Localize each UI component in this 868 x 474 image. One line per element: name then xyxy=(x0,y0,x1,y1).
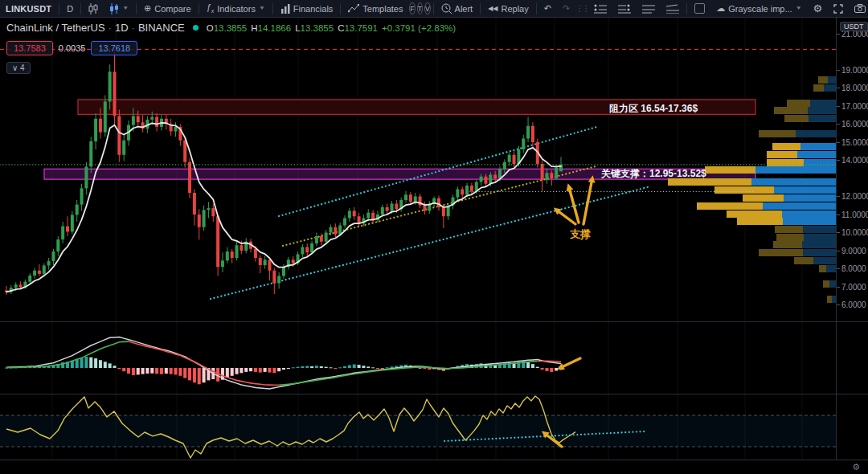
price-tick: 6.0000 xyxy=(837,300,866,310)
price-tick: 10.0000 xyxy=(837,228,868,238)
volume-profile-bar xyxy=(809,115,836,122)
chart-canvas[interactable]: 阻力区 16.54-17.36$关键支撑：12.95-13.52$支撑 xyxy=(0,18,836,474)
symbol-button[interactable]: LINKUSDT xyxy=(0,0,57,18)
volume-profile-bar xyxy=(714,186,774,194)
divider xyxy=(199,3,199,14)
cci-band xyxy=(0,415,836,447)
macd-histogram-bar xyxy=(99,360,102,368)
layout-lines-button-4[interactable] xyxy=(661,0,685,18)
volume-profile-bar xyxy=(794,257,813,264)
macd-histogram-bar xyxy=(297,367,300,368)
volume-profile-bar xyxy=(767,159,804,166)
layout-lines-button-1[interactable] xyxy=(588,0,612,18)
divider xyxy=(480,3,481,14)
replay-button[interactable]: ◀◀Replay xyxy=(482,0,534,18)
undo-button[interactable]: ↶ xyxy=(538,0,557,18)
drag-handle-icon[interactable]: ⋮⋮ xyxy=(575,4,588,13)
interval-button[interactable]: D xyxy=(61,0,79,18)
price-axis[interactable]: USDT 21.000019.000018.000017.000016.0000… xyxy=(837,18,868,460)
templates-button[interactable]: Templates xyxy=(342,0,408,18)
macd-histogram-bar xyxy=(240,368,243,373)
resistance-label: 阻力区 16.54-17.36$ xyxy=(609,103,698,114)
compare-icon: ⊕ xyxy=(144,3,151,14)
layout-lines-button-2[interactable] xyxy=(612,0,637,18)
macd-histogram-bar xyxy=(198,368,201,384)
fullscreen-button[interactable] xyxy=(828,0,849,18)
volume-profile-bar xyxy=(803,249,836,256)
settings-button[interactable]: ⚙ xyxy=(808,0,829,18)
rewind-icon: ◀◀ xyxy=(488,5,497,12)
price-tick: 9.0000 xyxy=(837,246,866,255)
macd-histogram-bar xyxy=(386,367,389,368)
volume-profile-bar xyxy=(796,130,836,137)
support-arrow xyxy=(570,190,579,223)
macd-histogram-bar xyxy=(145,368,149,374)
volume-profile-bar xyxy=(772,143,800,150)
volume-button[interactable]: V xyxy=(424,2,431,14)
time-axis[interactable]: ⚙ xyxy=(0,460,868,474)
sell-price-box[interactable]: 13.7583 xyxy=(6,41,53,55)
volume-profile-bar xyxy=(828,76,836,84)
maximize-pane-button[interactable] xyxy=(689,0,710,18)
volume-profile-bar xyxy=(697,202,763,210)
macd-histogram-bar xyxy=(170,368,173,374)
volume-profile-bar xyxy=(800,143,836,150)
divider xyxy=(686,3,687,14)
time-axis-gear-icon[interactable]: ⚙ xyxy=(852,462,860,472)
volume-profile-bar xyxy=(759,249,803,256)
candle-style-button[interactable]: ▼ xyxy=(104,0,134,18)
macd-histogram-bar xyxy=(301,366,304,368)
pane-separator-macd[interactable] xyxy=(0,321,868,322)
legend-interval: 1D xyxy=(115,22,129,34)
macd-histogram-bar xyxy=(104,362,107,368)
macd-histogram-bar xyxy=(254,368,257,372)
volume-profile-bar xyxy=(743,194,784,202)
cloud-script-button[interactable]: ☁Grayscale imp...▼ xyxy=(710,0,807,18)
macd-histogram-bar xyxy=(235,368,239,374)
macd-histogram-bar xyxy=(183,368,186,378)
collapsed-indicators-button[interactable]: ∨ 4 xyxy=(6,62,31,74)
macd-histogram-bar xyxy=(132,368,135,375)
macd-histogram-bar xyxy=(376,368,379,369)
divider xyxy=(136,3,137,14)
volume-profile-bar xyxy=(803,226,836,233)
divider xyxy=(272,3,273,14)
redo-button[interactable]: ↷ xyxy=(557,0,575,18)
volume-profile-bar xyxy=(824,84,836,92)
technicals-button[interactable]: T xyxy=(417,2,423,14)
bar-style-button[interactable] xyxy=(83,0,104,18)
macd-histogram-bar xyxy=(545,368,548,371)
macd-histogram-bar xyxy=(277,368,280,371)
volume-profile-bar xyxy=(802,241,836,248)
snapshot-button[interactable] xyxy=(849,0,868,18)
macd-histogram-bar xyxy=(366,366,370,368)
macd-histogram-bar xyxy=(84,357,88,368)
macd-histogram-bar xyxy=(80,358,84,368)
volume-profile-bar xyxy=(813,257,836,264)
support-label: 支撑 xyxy=(569,228,591,240)
macd-histogram-bar xyxy=(541,368,544,370)
macd-histogram-bar xyxy=(428,368,431,370)
chart-legend[interactable]: ChainLink / TetherUS · 1D · BINANCE O13.… xyxy=(6,22,456,34)
symbol-title: ChainLink / TetherUS xyxy=(6,22,105,34)
compare-button[interactable]: ⊕Compare xyxy=(138,0,196,18)
volume-profile-bar xyxy=(763,202,836,210)
support-arrow xyxy=(583,182,592,224)
indicators-button[interactable]: ƒxIndicators▼ xyxy=(201,0,271,18)
macd-histogram-bar xyxy=(127,368,130,374)
volume-profile-bar xyxy=(797,151,836,158)
macd-histogram-bar xyxy=(282,368,285,370)
macd-histogram-bar xyxy=(423,368,426,369)
macd-histogram-bar xyxy=(371,367,375,368)
fundamentals-button[interactable]: F xyxy=(409,2,415,14)
layout-lines-button-3[interactable] xyxy=(637,0,661,18)
volume-profile-bar xyxy=(705,166,755,174)
currency-chip[interactable]: USDT xyxy=(840,22,868,31)
alert-button[interactable]: Alert xyxy=(436,0,479,18)
volume-profile-bar xyxy=(773,241,802,248)
buy-price-box[interactable]: 13.7618 xyxy=(91,41,137,55)
volume-profile-bar xyxy=(784,115,809,122)
pane-separator-cci[interactable] xyxy=(0,394,868,394)
volume-profile-bar xyxy=(787,100,810,107)
financials-button[interactable]: Financials xyxy=(275,0,339,18)
